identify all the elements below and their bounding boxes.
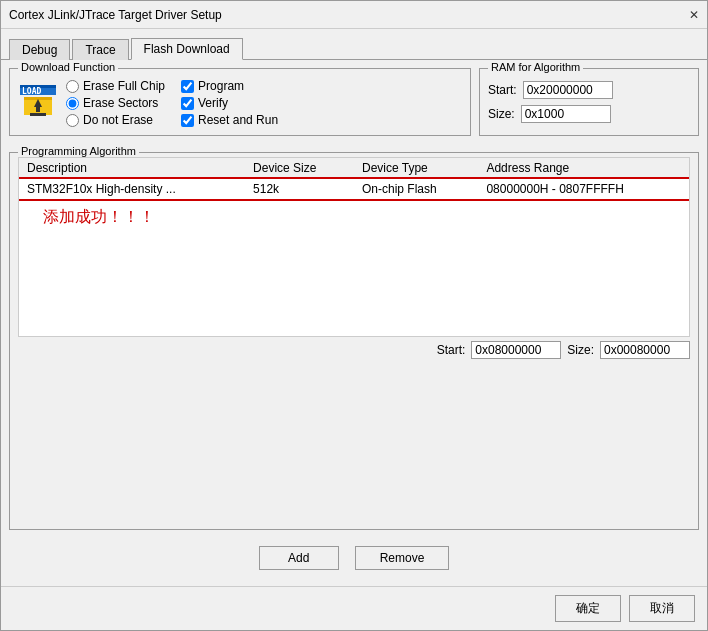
checkbox-program-input[interactable] [181,80,194,93]
title-bar: Cortex JLink/JTrace Target Driver Setup … [1,1,707,29]
cell-description: STM32F10x High-density ... [19,179,245,200]
cancel-button[interactable]: 取消 [629,595,695,622]
ram-for-algorithm-label: RAM for Algorithm [488,61,583,73]
col-device-type: Device Type [354,158,478,179]
checkbox-reset-run-label: Reset and Run [198,113,278,127]
ram-for-algorithm-group: RAM for Algorithm Start: Size: [479,68,699,136]
algo-table-container: Description Device Size Device Type Addr… [18,157,690,337]
algo-start-input[interactable] [471,341,561,359]
tab-content: Download Function LOAD [1,59,707,586]
download-function-label: Download Function [18,61,118,73]
ram-start-input[interactable] [523,81,613,99]
svg-rect-6 [36,107,40,112]
checkbox-verify[interactable]: Verify [181,96,278,110]
radio-do-not-erase-label: Do not Erase [83,113,153,127]
ram-body: Start: Size: [488,81,690,123]
tab-trace[interactable]: Trace [72,39,128,60]
cell-address-range: 08000000H - 0807FFFFH [478,179,689,200]
tabs-bar: Debug Trace Flash Download [1,29,707,59]
cell-device-size: 512k [245,179,354,200]
ram-size-row: Size: [488,105,690,123]
tab-debug-label: Debug [22,43,57,57]
add-button[interactable]: Add [259,546,339,570]
tab-flash-download[interactable]: Flash Download [131,38,243,60]
success-message-area: 添加成功！！！ [19,199,689,236]
remove-button[interactable]: Remove [355,546,450,570]
buttons-row: Add Remove [9,538,699,578]
col-description: Description [19,158,245,179]
load-icon: LOAD [18,83,58,123]
radio-erase-full[interactable]: Erase Full Chip [66,79,165,93]
radio-erase-full-label: Erase Full Chip [83,79,165,93]
radio-group: Erase Full Chip Erase Sectors Do not Era… [66,79,165,127]
svg-rect-7 [30,113,46,116]
ram-size-label: Size: [488,107,515,121]
main-window: Cortex JLink/JTrace Target Driver Setup … [0,0,708,631]
radio-erase-sectors[interactable]: Erase Sectors [66,96,165,110]
close-button[interactable]: ✕ [689,8,699,22]
algo-start-label: Start: [437,343,466,357]
confirm-button[interactable]: 确定 [555,595,621,622]
col-device-size: Device Size [245,158,354,179]
radio-do-not-erase-input[interactable] [66,114,79,127]
algo-table-body: STM32F10x High-density ... 512k On-chip … [19,179,689,200]
table-row[interactable]: STM32F10x High-density ... 512k On-chip … [19,179,689,200]
programming-algorithm-group: Programming Algorithm Description Device… [9,152,699,530]
footer-bar: 确定 取消 [1,586,707,630]
radio-erase-sectors-label: Erase Sectors [83,96,158,110]
programming-algorithm-label: Programming Algorithm [18,145,139,157]
algo-table: Description Device Size Device Type Addr… [19,158,689,199]
cell-device-type: On-chip Flash [354,179,478,200]
top-groups: Download Function LOAD [9,68,699,144]
checkbox-program-label: Program [198,79,244,93]
col-address-range: Address Range [478,158,689,179]
checkbox-reset-run-input[interactable] [181,114,194,127]
algo-size-input[interactable] [600,341,690,359]
load-icon-svg: LOAD [20,85,56,121]
checkbox-program[interactable]: Program [181,79,278,93]
algo-size-label: Size: [567,343,594,357]
download-func-body: LOAD E [18,79,462,127]
tab-debug[interactable]: Debug [9,39,70,60]
checkbox-verify-label: Verify [198,96,228,110]
svg-text:LOAD: LOAD [22,87,41,96]
ram-start-label: Start: [488,83,517,97]
success-message: 添加成功！！！ [31,200,167,233]
radio-erase-sectors-input[interactable] [66,97,79,110]
algo-table-head: Description Device Size Device Type Addr… [19,158,689,179]
algo-content: Description Device Size Device Type Addr… [18,157,690,337]
radio-do-not-erase[interactable]: Do not Erase [66,113,165,127]
tab-trace-label: Trace [85,43,115,57]
checkbox-verify-input[interactable] [181,97,194,110]
algo-table-header-row: Description Device Size Device Type Addr… [19,158,689,179]
radio-erase-full-input[interactable] [66,80,79,93]
checkbox-reset-run[interactable]: Reset and Run [181,113,278,127]
checkbox-group: Program Verify Reset and Run [181,79,278,127]
algo-bottom: Start: Size: [18,337,690,363]
ram-start-row: Start: [488,81,690,99]
ram-size-input[interactable] [521,105,611,123]
download-function-group: Download Function LOAD [9,68,471,136]
tab-flash-download-label: Flash Download [144,42,230,56]
window-title: Cortex JLink/JTrace Target Driver Setup [9,8,222,22]
